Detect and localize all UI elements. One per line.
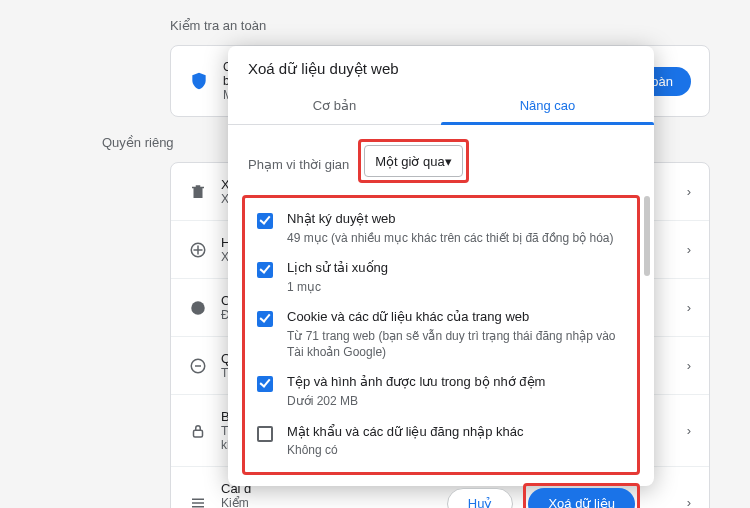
cancel-button[interactable]: Huỷ: [447, 488, 514, 508]
clear-browsing-data-dialog: Xoá dữ liệu duyệt web Cơ bản Nâng cao Ph…: [228, 46, 654, 486]
data-type-subtitle: 49 mục (và nhiều mục khác trên các thiết…: [287, 230, 625, 246]
data-type-title: Lịch sử tải xuống: [287, 260, 625, 277]
lock-icon: [189, 422, 207, 440]
chevron-right-icon: ›: [687, 423, 691, 438]
dialog-tabs: Cơ bản Nâng cao: [228, 88, 654, 125]
caret-down-icon: ▾: [445, 154, 452, 169]
highlight-items: Nhật ký duyệt web49 mục (và nhiều mục kh…: [242, 195, 640, 475]
checkbox[interactable]: [257, 376, 273, 392]
data-type-row: Lịch sử tải xuống1 mục: [251, 253, 631, 302]
scrollbar-thumb[interactable]: [644, 196, 650, 276]
time-range-label: Phạm vi thời gian: [248, 151, 349, 172]
checkbox[interactable]: [257, 213, 273, 229]
chevron-right-icon: ›: [687, 300, 691, 315]
data-type-row: Cookie và các dữ liệu khác của trang web…: [251, 302, 631, 367]
chevron-right-icon: ›: [687, 495, 691, 508]
chevron-right-icon: ›: [687, 242, 691, 257]
data-type-title: Cookie và các dữ liệu khác của trang web: [287, 309, 625, 326]
data-type-title: Nhật ký duyệt web: [287, 211, 625, 228]
data-type-subtitle: Từ 71 trang web (bạn sẽ vẫn duy trì trạn…: [287, 328, 625, 360]
data-type-subtitle: Dưới 202 MB: [287, 393, 625, 409]
data-type-subtitle: 1 mục: [287, 279, 625, 295]
dialog-title: Xoá dữ liệu duyệt web: [228, 46, 654, 88]
time-range-value: Một giờ qua: [375, 154, 444, 169]
time-range-row: Phạm vi thời gian Một giờ qua ▾: [228, 125, 654, 189]
section-title-safety: Kiểm tra an toàn: [170, 18, 710, 33]
tune-icon: [189, 357, 207, 375]
target-icon: [189, 241, 207, 259]
checkbox[interactable]: [257, 311, 273, 327]
dialog-buttons: Huỷ Xoá dữ liệu: [228, 477, 654, 508]
trash-icon: [189, 183, 207, 201]
highlight-time-range: Một giờ qua ▾: [358, 139, 468, 183]
tab-advanced[interactable]: Nâng cao: [441, 88, 654, 124]
checkbox[interactable]: [257, 262, 273, 278]
clear-data-button[interactable]: Xoá dữ liệu: [528, 488, 635, 508]
shield-icon: [189, 71, 209, 91]
svg-rect-5: [194, 430, 203, 437]
checkbox[interactable]: [257, 426, 273, 442]
data-type-row: Nhật ký duyệt web49 mục (và nhiều mục kh…: [251, 204, 631, 253]
chevron-right-icon: ›: [687, 184, 691, 199]
data-type-title: Mật khẩu và các dữ liệu đăng nhập khác: [287, 424, 625, 441]
cookie-icon: [189, 299, 207, 317]
chevron-right-icon: ›: [687, 358, 691, 373]
data-type-title: Tệp và hình ảnh được lưu trong bộ nhớ đệ…: [287, 374, 625, 391]
data-type-row: Tệp và hình ảnh được lưu trong bộ nhớ đệ…: [251, 367, 631, 416]
time-range-select[interactable]: Một giờ qua ▾: [364, 145, 462, 177]
tab-basic[interactable]: Cơ bản: [228, 88, 441, 124]
data-type-row: Mật khẩu và các dữ liệu đăng nhập khácKh…: [251, 417, 631, 466]
sliders-icon: [189, 494, 207, 509]
highlight-submit: Xoá dữ liệu: [523, 483, 640, 508]
data-type-subtitle: Không có: [287, 442, 625, 458]
svg-point-3: [191, 301, 205, 315]
